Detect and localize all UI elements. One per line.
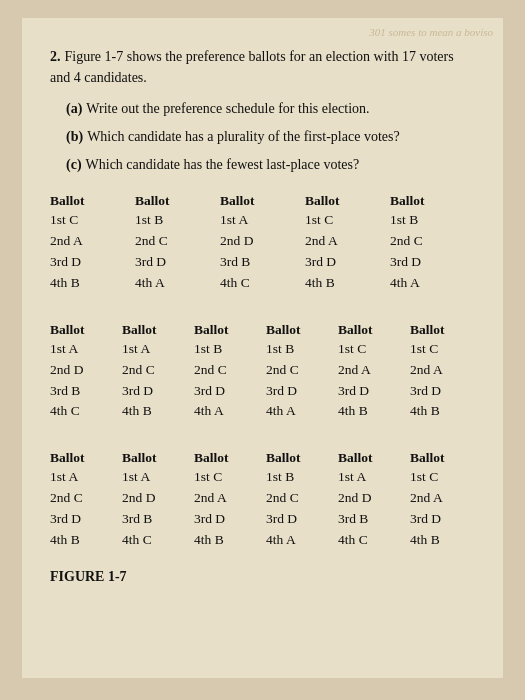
ballot-line-1: 2nd C (390, 231, 475, 252)
ballot-line-3: 4th C (338, 530, 410, 551)
ballot-line-3: 4th B (338, 401, 410, 422)
ballot-line-2: 3rd D (410, 381, 482, 402)
ballot-col-1-0: Ballot1st A2nd D3rd B4th C (50, 322, 122, 423)
ballot-header: Ballot (50, 322, 122, 338)
ballot-col-2-3: Ballot1st B2nd C3rd D4th A (266, 450, 338, 551)
ballot-row-2: Ballot1st A2nd C3rd D4th BBallot1st A2nd… (50, 450, 475, 551)
ballot-line-2: 3rd D (122, 381, 194, 402)
watermark: 301 somes to mean a boviso (369, 26, 493, 38)
ballot-col-1-2: Ballot1st B2nd C3rd D4th A (194, 322, 266, 423)
ballot-line-0: 1st C (50, 210, 135, 231)
ballot-line-3: 4th A (390, 273, 475, 294)
ballot-line-0: 1st C (194, 467, 266, 488)
ballot-line-0: 1st B (266, 339, 338, 360)
ballot-header: Ballot (266, 450, 338, 466)
ballot-line-2: 3rd B (122, 509, 194, 530)
ballot-col-1-3: Ballot1st B2nd C3rd D4th A (266, 322, 338, 423)
sub-a-label: (a) (66, 101, 82, 116)
ballot-line-3: 4th B (50, 530, 122, 551)
ballot-line-3: 4th A (266, 530, 338, 551)
ballot-line-0: 1st B (266, 467, 338, 488)
ballot-line-1: 2nd D (220, 231, 305, 252)
ballot-line-2: 3rd D (305, 252, 390, 273)
sub-question-b: (b)Which candidate has a plurality of th… (66, 126, 475, 147)
ballot-col-2-1: Ballot1st A2nd D3rd B4th C (122, 450, 194, 551)
ballot-line-0: 1st B (390, 210, 475, 231)
ballot-header: Ballot (122, 322, 194, 338)
ballot-header: Ballot (266, 322, 338, 338)
ballot-line-0: 1st C (338, 339, 410, 360)
ballot-col-1-1: Ballot1st A2nd C3rd D4th B (122, 322, 194, 423)
ballot-line-0: 1st C (305, 210, 390, 231)
figure-label: FIGURE 1-7 (50, 569, 475, 585)
ballot-line-0: 1st B (135, 210, 220, 231)
ballot-line-0: 1st C (410, 339, 482, 360)
ballot-line-2: 3rd B (50, 381, 122, 402)
ballot-line-3: 4th B (122, 401, 194, 422)
ballot-line-2: 3rd D (135, 252, 220, 273)
ballot-line-0: 1st A (220, 210, 305, 231)
ballot-line-3: 4th C (122, 530, 194, 551)
sub-question-c: (c)Which candidate has the fewest last-p… (66, 154, 475, 175)
ballot-row-0: Ballot1st C2nd A3rd D4th BBallot1st B2nd… (50, 193, 475, 294)
ballot-line-2: 3rd D (266, 381, 338, 402)
sub-question-a: (a)Write out the preference schedule for… (66, 98, 475, 119)
ballot-line-2: 3rd D (390, 252, 475, 273)
ballot-col-2-5: Ballot1st C2nd A3rd D4th B (410, 450, 482, 551)
question-number: 2. (50, 49, 61, 64)
ballot-line-2: 3rd D (50, 509, 122, 530)
ballot-col-2-4: Ballot1st A2nd D3rd B4th C (338, 450, 410, 551)
ballot-section: Ballot1st C2nd A3rd D4th BBallot1st B2nd… (50, 193, 475, 551)
ballot-header: Ballot (135, 193, 220, 209)
ballot-col-0-4: Ballot1st B2nd C3rd D4th A (390, 193, 475, 294)
ballot-line-1: 2nd C (50, 488, 122, 509)
ballot-line-0: 1st C (410, 467, 482, 488)
ballot-line-3: 4th B (410, 530, 482, 551)
ballot-line-1: 2nd A (338, 360, 410, 381)
ballot-line-3: 4th A (194, 401, 266, 422)
ballot-line-2: 3rd D (338, 381, 410, 402)
ballot-line-0: 1st B (194, 339, 266, 360)
ballot-header: Ballot (50, 450, 122, 466)
ballot-line-3: 4th C (220, 273, 305, 294)
ballot-line-1: 2nd D (50, 360, 122, 381)
ballot-line-0: 1st A (122, 467, 194, 488)
ballot-line-1: 2nd A (410, 360, 482, 381)
sub-b-text: Which candidate has a plurality of the f… (87, 129, 400, 144)
ballot-line-1: 2nd D (338, 488, 410, 509)
ballot-header: Ballot (410, 322, 482, 338)
ballot-line-0: 1st A (50, 339, 122, 360)
ballot-line-1: 2nd A (410, 488, 482, 509)
ballot-header: Ballot (220, 193, 305, 209)
ballot-row-1: Ballot1st A2nd D3rd B4th CBallot1st A2nd… (50, 322, 475, 423)
ballot-header: Ballot (410, 450, 482, 466)
ballot-line-3: 4th B (410, 401, 482, 422)
ballot-line-2: 3rd D (194, 509, 266, 530)
ballot-line-2: 3rd D (50, 252, 135, 273)
ballot-line-1: 2nd D (122, 488, 194, 509)
ballot-line-3: 4th B (50, 273, 135, 294)
ballot-header: Ballot (338, 322, 410, 338)
ballot-line-1: 2nd C (122, 360, 194, 381)
ballot-header: Ballot (50, 193, 135, 209)
sub-c-label: (c) (66, 157, 82, 172)
ballot-line-1: 2nd C (266, 488, 338, 509)
ballot-col-2-2: Ballot1st C2nd A3rd D4th B (194, 450, 266, 551)
ballot-col-1-4: Ballot1st C2nd A3rd D4th B (338, 322, 410, 423)
page: 301 somes to mean a boviso 2.Figure 1-7 … (22, 18, 503, 678)
ballot-col-0-1: Ballot1st B2nd C3rd D4th A (135, 193, 220, 294)
ballot-header: Ballot (194, 450, 266, 466)
sub-c-text: Which candidate has the fewest last-plac… (86, 157, 360, 172)
ballot-line-3: 4th B (194, 530, 266, 551)
ballot-line-3: 4th A (135, 273, 220, 294)
ballot-line-3: 4th B (305, 273, 390, 294)
ballot-line-3: 4th A (266, 401, 338, 422)
ballot-col-0-2: Ballot1st A2nd D3rd B4th C (220, 193, 305, 294)
ballot-line-1: 2nd C (135, 231, 220, 252)
sub-a-text: Write out the preference schedule for th… (86, 101, 369, 116)
ballot-line-2: 3rd D (194, 381, 266, 402)
ballot-header: Ballot (305, 193, 390, 209)
ballot-line-1: 2nd A (194, 488, 266, 509)
ballot-header: Ballot (194, 322, 266, 338)
ballot-line-2: 3rd D (266, 509, 338, 530)
